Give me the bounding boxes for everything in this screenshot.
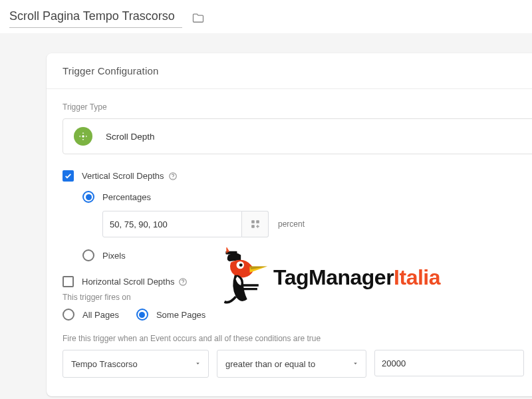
all-pages-radio[interactable] (63, 309, 74, 321)
horizontal-scroll-checkbox[interactable] (63, 276, 74, 287)
percent-unit-label: percent (278, 219, 305, 229)
pixels-radio[interactable] (82, 249, 94, 261)
logo-text: TagManagerItalia (273, 265, 440, 290)
percentages-label: Percentages (102, 192, 151, 202)
some-pages-label: Some Pages (156, 310, 205, 320)
conditions-label: Fire this trigger when an Event occurs a… (63, 334, 532, 343)
scroll-depth-icon (74, 127, 92, 146)
vertical-scroll-label: Vertical Scroll Depths (82, 171, 164, 181)
card-title: Trigger Configuration (63, 65, 532, 76)
page-header (0, 0, 532, 33)
condition-operator-value: greater than or equal to (225, 359, 315, 369)
horizontal-scroll-label: Horizontal Scroll Depths (82, 277, 174, 287)
svg-rect-3 (251, 220, 255, 223)
svg-point-2 (172, 178, 173, 178)
chevron-down-icon (352, 359, 359, 369)
help-icon[interactable] (168, 172, 178, 181)
variable-picker-button[interactable] (242, 211, 269, 237)
svg-point-10 (239, 263, 243, 267)
condition-value-input[interactable] (374, 350, 524, 376)
help-icon[interactable] (178, 277, 188, 287)
percentages-radio[interactable] (82, 191, 94, 203)
percentages-input[interactable] (102, 211, 242, 237)
trigger-card: Trigger Configuration Trigger Type Scrol… (47, 53, 532, 396)
vertical-scroll-checkbox[interactable] (63, 170, 74, 182)
watermark-logo: TagManagerItalia (217, 245, 440, 311)
trigger-type-selector[interactable]: Scroll Depth (63, 118, 532, 154)
pixels-label: Pixels (102, 251, 126, 261)
condition-variable-select[interactable]: Tempo Trascorso (63, 350, 209, 378)
trigger-type-value: Scroll Depth (106, 132, 155, 142)
chevron-down-icon (194, 359, 201, 369)
svg-point-7 (183, 283, 184, 284)
folder-icon[interactable] (192, 11, 205, 25)
condition-variable-value: Tempo Trascorso (71, 359, 138, 369)
trigger-type-label: Trigger Type (63, 102, 532, 112)
some-pages-radio[interactable] (136, 309, 148, 321)
trigger-name-input[interactable] (9, 8, 182, 28)
all-pages-label: All Pages (82, 310, 119, 320)
condition-operator-select[interactable]: greater than or equal to (217, 350, 366, 378)
svg-rect-4 (256, 220, 259, 223)
woodpecker-icon (217, 247, 269, 311)
svg-point-0 (82, 135, 84, 137)
svg-rect-5 (251, 225, 255, 228)
